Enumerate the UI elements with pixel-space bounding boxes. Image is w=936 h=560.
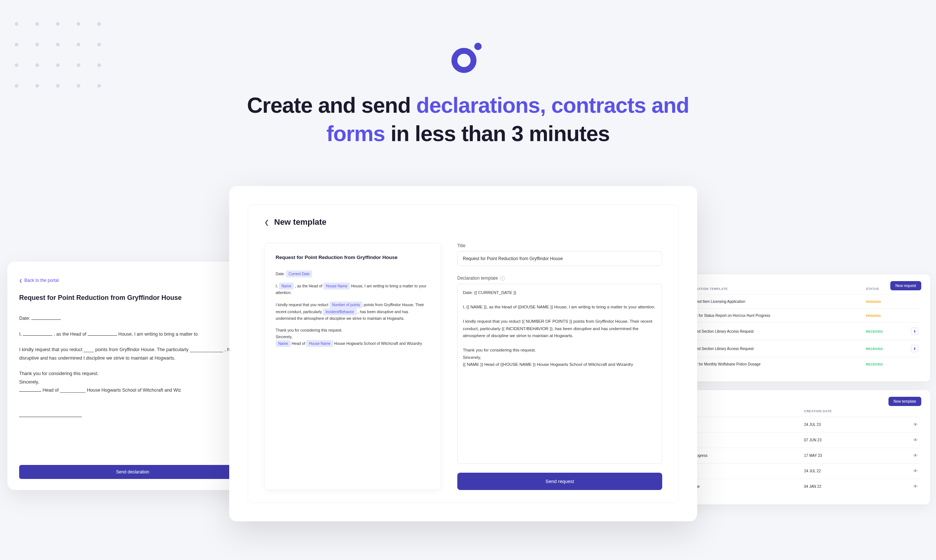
back-icon[interactable]: ❮ [264,219,269,226]
table-row[interactable]: Hunt Progress17 MAY 23👁 [681,448,921,463]
download-icon[interactable]: ⬇ [911,328,918,335]
chip-points: Number of points [329,302,363,308]
table-row[interactable]: Enchanted Item Licensing ApplicationPEND… [681,295,921,309]
col-date: CREATION DATE [801,406,910,417]
table-row[interactable]: Restricted Section Library Access Reques… [681,340,921,357]
preview-title: Request for Point Reduction from Gryffin… [276,255,430,260]
table-row[interactable]: n Dosage04 JAN 22👁 [681,479,921,494]
requests-table-section: New request DECLARATION TEMPLATE STATUS … [672,274,930,381]
decorative-dots [15,22,101,88]
document-title: Request for Point Reduction from Gryffin… [19,294,246,302]
hero: Create and send declarations, contracts … [234,40,702,148]
tables-card: New request DECLARATION TEMPLATE STATUS … [672,274,930,503]
template-label: Declaration template i [457,275,662,281]
template-textarea[interactable] [457,284,662,464]
eye-icon[interactable]: 👁 [913,453,918,458]
new-template-button[interactable]: New template [888,397,921,406]
logo-icon [451,40,485,73]
eye-icon[interactable]: 👁 [913,484,918,489]
eye-icon[interactable]: 👁 [913,437,918,443]
chip-incident: Incident/Behavior [323,308,356,315]
info-icon[interactable]: i [500,276,505,281]
requests-table: DECLARATION TEMPLATE STATUS Enchanted It… [681,283,921,371]
table-row[interactable]: quest24 JUL 22👁 [681,463,921,479]
eye-icon[interactable]: 👁 [913,422,918,428]
headline: Create and send declarations, contracts … [234,91,702,148]
table-row[interactable]: 24 JUL 23👁 [681,417,921,432]
declaration-preview-card: ❮ Back to the portal Request for Point R… [8,262,258,490]
chip-name: Name [279,283,294,289]
title-input[interactable] [457,251,662,266]
back-to-portal-link[interactable]: ❮ Back to the portal [19,278,246,283]
editor-title: New template [274,217,326,227]
signature-line [19,417,82,417]
templates-table-section: es New template CREATION DATE 24 JUL 23👁… [672,390,930,505]
send-declaration-button[interactable]: Send declaration [19,465,246,479]
send-request-button[interactable]: Send request [457,473,662,490]
table-row[interactable]: 07 JUN 23👁 [681,432,921,448]
eye-icon[interactable]: 👁 [913,468,918,474]
template-form-pane: Title Declaration template i Send reques… [457,243,662,490]
template-editor-card: ❮ New template Request for Point Reducti… [229,186,697,521]
chip-date: Current Date [286,271,312,277]
title-label: Title [457,243,662,248]
template-preview-pane: Request for Point Reduction from Gryffin… [264,243,441,490]
templates-table: CREATION DATE 24 JUL 23👁07 JUN 23👁Hunt P… [681,406,921,494]
table-row[interactable]: Request for Monthly Wolfsbane Potion Dos… [681,357,921,371]
document-body: Date: I, , as the Head of House, I am wr… [19,314,246,417]
new-request-button[interactable]: New request [890,281,921,290]
table-row[interactable]: Request for Status Report on Horcrux Hun… [681,309,921,323]
download-icon[interactable]: ⬇ [911,345,918,352]
table-row[interactable]: Restricted Section Library Access Reques… [681,323,921,340]
chip-house: House Name [323,283,350,289]
col-template: DECLARATION TEMPLATE [681,283,863,295]
chevron-left-icon: ❮ [19,278,22,283]
